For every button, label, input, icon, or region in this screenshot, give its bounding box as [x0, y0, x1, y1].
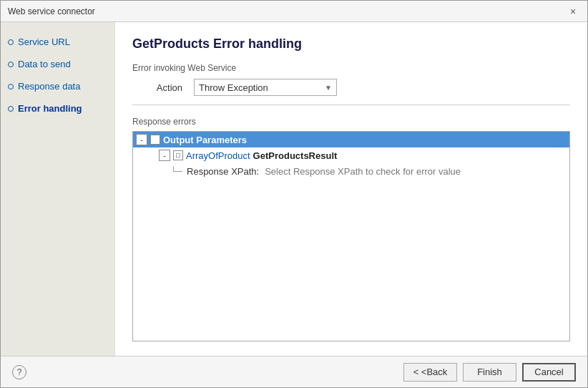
- connector-icon: └─: [170, 166, 182, 176]
- action-dropdown-value: Throw Exception: [199, 82, 268, 93]
- dialog-footer: ? < <Back Finish Cancel: [1, 356, 587, 387]
- sidebar-item-data-to-send[interactable]: Data to send: [8, 59, 107, 69]
- tree-expander-child[interactable]: [159, 150, 170, 161]
- response-errors-label: Response errors: [132, 117, 570, 127]
- tree-label-output-parameters: Output Parameters: [163, 135, 247, 145]
- xpath-value[interactable]: Select Response XPath to check for error…: [265, 166, 461, 177]
- tree-icon-root: □: [150, 135, 160, 145]
- bullet-icon: [8, 84, 14, 89]
- error-invoking-label: Error invoking Web Service: [132, 63, 570, 73]
- dialog-title: Web service connector: [8, 6, 95, 16]
- dialog-body: Service URL Data to send Response data E…: [1, 22, 587, 356]
- tree-row-xpath[interactable]: └─ Response XPath: Select Response XPath…: [133, 163, 569, 179]
- title-bar: Web service connector ×: [1, 1, 587, 22]
- sidebar-item-error-handling[interactable]: Error handling: [8, 103, 107, 114]
- tree-row-output-parameters[interactable]: □ Output Parameters: [133, 132, 569, 147]
- tree-expander-root[interactable]: [136, 134, 147, 145]
- finish-button[interactable]: Finish: [463, 363, 516, 382]
- dropdown-arrow-icon: ▼: [325, 84, 332, 92]
- sidebar-label-error-handling: Error handling: [18, 103, 82, 114]
- footer-right: < <Back Finish Cancel: [403, 363, 576, 382]
- action-label: Action: [132, 82, 182, 93]
- tree-panel: □ Output Parameters □ ArrayOfProduct Get…: [132, 131, 570, 341]
- cancel-button[interactable]: Cancel: [522, 363, 576, 382]
- back-button[interactable]: < <Back: [403, 363, 457, 382]
- action-row: Action Throw Exception ▼: [132, 79, 570, 105]
- close-button[interactable]: ×: [566, 4, 580, 19]
- sidebar: Service URL Data to send Response data E…: [1, 22, 115, 356]
- bullet-icon: [8, 106, 14, 112]
- array-type-link[interactable]: ArrayOfProduct: [186, 150, 250, 161]
- tree-icon-child: □: [173, 150, 183, 160]
- bullet-icon: [8, 62, 14, 67]
- sidebar-item-service-url[interactable]: Service URL: [8, 37, 107, 47]
- footer-left: ?: [12, 365, 26, 379]
- help-button[interactable]: ?: [12, 365, 26, 379]
- page-title: GetProducts Error handling: [132, 37, 570, 52]
- dialog: Web service connector × Service URL Data…: [0, 0, 588, 388]
- sidebar-label-data-to-send: Data to send: [18, 59, 71, 69]
- sidebar-label-response-data: Response data: [18, 81, 80, 92]
- sidebar-item-response-data[interactable]: Response data: [8, 81, 107, 92]
- tree-row-get-products-result[interactable]: □ ArrayOfProduct GetProductsResult: [133, 147, 569, 163]
- xpath-key: Response XPath:: [187, 166, 259, 177]
- bullet-icon: [8, 39, 14, 45]
- sidebar-label-service-url: Service URL: [18, 37, 70, 47]
- tree-label-get-products-result: GetProductsResult: [253, 150, 338, 161]
- main-content: GetProducts Error handling Error invokin…: [115, 22, 587, 356]
- action-dropdown[interactable]: Throw Exception ▼: [194, 79, 337, 96]
